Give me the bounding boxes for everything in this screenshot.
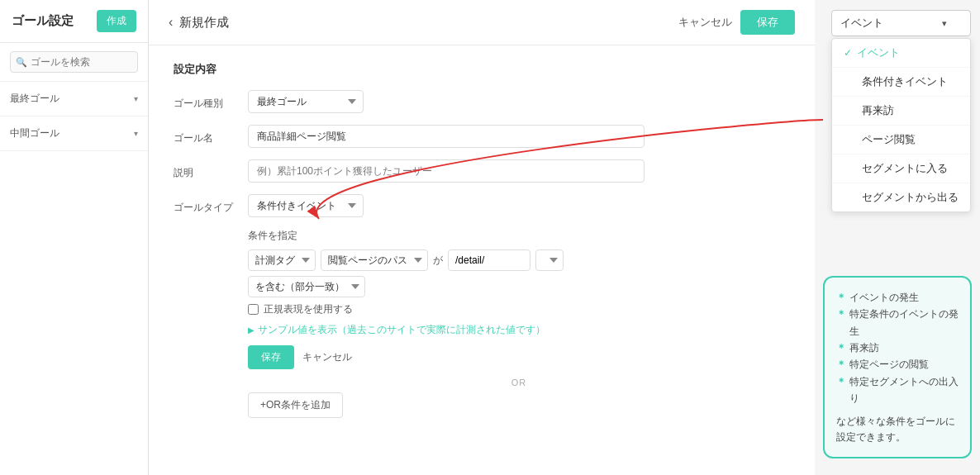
sidebar-section-mid-goal: 中間ゴール ▾ xyxy=(0,116,148,151)
dropdown-item-page-view[interactable]: ページ閲覧 xyxy=(832,126,970,154)
search-input[interactable] xyxy=(10,51,138,73)
search-icon: 🔍 xyxy=(16,57,27,68)
check-icon: ✓ xyxy=(844,47,852,59)
triangle-icon: ▶ xyxy=(248,325,255,335)
save-button[interactable]: 保存 xyxy=(740,10,795,35)
condition-select-2[interactable]: 閲覧ページのパス xyxy=(321,249,428,271)
cancel-button[interactable]: キャンセル xyxy=(678,15,732,30)
conditions-row: 条件を指定 計測タグ 閲覧ページのパス が xyxy=(174,229,790,418)
final-goal-header[interactable]: 最終ゴール ▾ xyxy=(10,88,138,109)
form-area: 設定内容 ゴール種別 最終ゴール ゴール名 説明 ゴールタ xyxy=(149,45,815,446)
sidebar-title: ゴール設定 xyxy=(12,13,74,29)
dropdown-item-label: セグメントに入る xyxy=(862,161,948,176)
goal-type2-label: ゴールタイプ xyxy=(174,194,248,215)
conditions-spacer xyxy=(174,229,248,235)
asterisk-icon: ＊ xyxy=(836,340,846,356)
main-content: ‹ 新規作成 キャンセル 保存 設定内容 ゴール種別 最終ゴール ゴール名 xyxy=(149,0,815,475)
dropdown-item-label: セグメントから出る xyxy=(862,190,959,205)
conditions-box: 計測タグ 閲覧ページのパス が を含む（部分一致） xyxy=(248,249,790,418)
sidebar-section-final-goal: 最終ゴール ▾ xyxy=(0,82,148,116)
save-small-button[interactable]: 保存 xyxy=(248,345,294,369)
conditions-area: 条件を指定 計測タグ 閲覧ページのパス が xyxy=(248,229,790,418)
goal-name-label: ゴール名 xyxy=(174,125,248,145)
dropdown-item-label: 条件付きイベント xyxy=(862,74,948,89)
condition-select-3[interactable] xyxy=(535,249,564,271)
info-line-3: ＊ 再来訪 xyxy=(836,340,959,356)
sidebar: ゴール設定 作成 🔍 最終ゴール ▾ 中間ゴール ▾ xyxy=(0,0,149,475)
info-box: ＊ イベントの発生 ＊ 特定条件のイベントの発生 ＊ 再来訪 ＊ 特定ページの閲… xyxy=(823,276,972,458)
goal-type-row: ゴール種別 最終ゴール xyxy=(174,90,790,113)
description-control xyxy=(248,159,790,183)
goal-type-select[interactable]: 最終ゴール xyxy=(248,90,364,113)
condition-row-1: 計測タグ 閲覧ページのパス が xyxy=(248,249,790,271)
create-button[interactable]: 作成 xyxy=(97,10,136,32)
regex-label: 正規表現を使用する xyxy=(264,302,353,316)
dropdown-item-segment-enter[interactable]: セグメントに入る xyxy=(832,154,970,183)
sidebar-header: ゴール設定 作成 xyxy=(0,0,148,43)
dropdown-item-segment-exit[interactable]: セグメントから出る xyxy=(832,183,970,211)
chevron-down-icon: ▾ xyxy=(134,94,138,103)
condition-select-4[interactable]: を含む（部分一致） xyxy=(248,276,365,297)
dropdown-item-label: ページ閲覧 xyxy=(862,132,916,147)
checkbox-row: 正規表現を使用する xyxy=(248,302,790,316)
info-text-2: 特定条件のイベントの発生 xyxy=(849,306,959,340)
goal-type2-control: 条件付きイベント xyxy=(248,194,790,217)
description-input[interactable] xyxy=(248,159,645,183)
condition-select-1[interactable]: 計測タグ xyxy=(248,249,316,271)
goal-type-control: 最終ゴール xyxy=(248,90,790,113)
info-text-5: 特定セグメントへの出入り xyxy=(849,373,959,407)
cancel-small-button[interactable]: キャンセル xyxy=(302,350,352,364)
or-divider: OR xyxy=(248,378,790,387)
regex-checkbox[interactable] xyxy=(248,304,259,315)
info-text-1: イベントの発生 xyxy=(849,289,919,306)
sample-toggle[interactable]: ▶ サンプル値を表示（過去このサイトで実際に計測された値です） xyxy=(248,323,790,337)
goal-name-control xyxy=(248,125,790,148)
dropdown-item-event[interactable]: ✓ イベント xyxy=(832,39,970,68)
info-line-2: ＊ 特定条件のイベントの発生 xyxy=(836,306,959,340)
dropdown-menu: ✓ イベント 条件付きイベント 再来訪 ページ閲覧 セグメントに入る セグ xyxy=(831,38,971,212)
dropdown-wrapper: イベント ▾ ✓ イベント 条件付きイベント 再来訪 ページ閲覧 セグメン xyxy=(831,10,971,212)
chevron-down-icon: ▾ xyxy=(942,18,947,29)
header-left: ‹ 新規作成 xyxy=(169,15,229,31)
add-or-button[interactable]: +OR条件を追加 xyxy=(248,392,343,418)
final-goal-label: 最終ゴール xyxy=(10,92,59,106)
info-line-4: ＊ 特定ページの閲覧 xyxy=(836,356,959,373)
goal-type-label: ゴール種別 xyxy=(174,90,248,111)
dropdown-item-conditional-event[interactable]: 条件付きイベント xyxy=(832,68,970,97)
dropdown-trigger-text: イベント xyxy=(840,16,883,31)
info-line-1: ＊ イベントの発生 xyxy=(836,289,959,306)
ga-label: が xyxy=(433,254,443,268)
dropdown-trigger[interactable]: イベント ▾ xyxy=(831,10,971,36)
info-text-3: 再来訪 xyxy=(849,340,879,356)
asterisk-icon: ＊ xyxy=(836,373,846,390)
main-header: ‹ 新規作成 キャンセル 保存 xyxy=(149,0,815,45)
right-panel: イベント ▾ ✓ イベント 条件付きイベント 再来訪 ページ閲覧 セグメン xyxy=(815,0,980,475)
page-title: 新規作成 xyxy=(179,15,229,31)
search-box: 🔍 xyxy=(0,43,148,82)
description-label: 説明 xyxy=(174,159,248,180)
dropdown-item-label: 再来訪 xyxy=(862,103,894,118)
mid-goal-label: 中間ゴール xyxy=(10,126,59,140)
back-arrow-icon[interactable]: ‹ xyxy=(169,15,173,30)
dropdown-item-revisit[interactable]: 再来訪 xyxy=(832,97,970,126)
goal-name-input[interactable] xyxy=(248,125,645,148)
conditions-label: 条件を指定 xyxy=(248,229,790,243)
goal-type2-select[interactable]: 条件付きイベント xyxy=(248,194,364,217)
action-row: 保存 キャンセル xyxy=(248,345,790,369)
header-actions: キャンセル 保存 xyxy=(678,10,795,35)
asterisk-icon: ＊ xyxy=(836,356,846,373)
goal-name-row: ゴール名 xyxy=(174,125,790,148)
info-text-4: 特定ページの閲覧 xyxy=(849,356,929,373)
condition-row-2: を含む（部分一致） xyxy=(248,276,790,297)
dropdown-item-label: イベント xyxy=(857,45,900,60)
info-line-5: ＊ 特定セグメントへの出入り xyxy=(836,373,959,407)
goal-type2-row: ゴールタイプ 条件付きイベント xyxy=(174,194,790,217)
condition-input[interactable] xyxy=(448,249,530,271)
asterisk-icon: ＊ xyxy=(836,306,846,322)
chevron-down-icon: ▾ xyxy=(134,129,138,138)
info-note: など様々な条件をゴールに設定できます。 xyxy=(836,414,959,445)
section-title: 設定内容 xyxy=(174,62,790,77)
asterisk-icon: ＊ xyxy=(836,289,846,306)
description-row: 説明 xyxy=(174,159,790,183)
mid-goal-header[interactable]: 中間ゴール ▾ xyxy=(10,123,138,144)
